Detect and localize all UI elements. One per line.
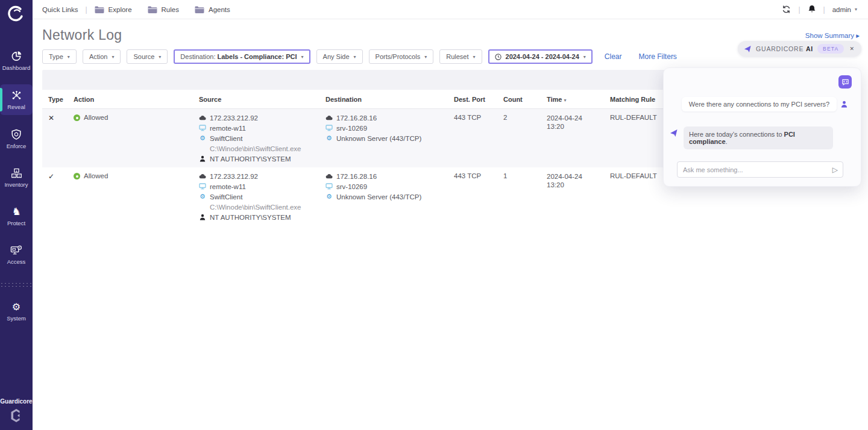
notifications-bell-button[interactable] — [808, 5, 816, 14]
destination-cell: 172.16.28.16 srv-10269 ⚙Unknown Server (… — [326, 114, 454, 163]
filter-type[interactable]: Type▾ — [42, 49, 77, 64]
folder-icon — [195, 6, 204, 13]
col-count[interactable]: Count — [503, 96, 547, 103]
guardicore-logo-icon[interactable] — [0, 0, 33, 28]
sidebar-item-label: Inventory — [4, 181, 28, 188]
page-title: Network Log — [42, 27, 122, 43]
process-gear-icon: ⚙ — [326, 135, 333, 142]
ai-triangle-logo-icon — [744, 45, 752, 53]
protect-knight-icon: ♞ — [11, 207, 20, 217]
success-check-icon: ✓ — [48, 172, 74, 221]
clock-icon — [495, 54, 502, 60]
send-icon[interactable]: ▷ — [832, 166, 838, 174]
col-type[interactable]: Type — [48, 96, 74, 103]
user-icon — [199, 214, 206, 220]
more-filters-button[interactable]: More Filters — [639, 52, 677, 61]
sidebar-item-label: Enforce — [7, 143, 27, 149]
guardicore-ai-panel: Were there any connections to my PCI ser… — [663, 67, 861, 187]
user-message-bubble: Were there any connections to my PCI ser… — [682, 97, 837, 111]
time-cell: 2024-04-24 13:20 — [547, 114, 610, 163]
sidebar-dotted-divider — [0, 282, 33, 289]
source-cell: 172.233.212.92 remote-w11 ⚙SwiftClient C… — [199, 114, 326, 163]
filter-action[interactable]: Action▾ — [83, 49, 121, 64]
allowed-status-icon — [74, 173, 80, 179]
chevron-down-icon: ▾ — [112, 54, 114, 60]
sidebar-item-dashboard[interactable]: Dashboard — [0, 45, 33, 76]
cloud-icon — [326, 115, 333, 120]
cloud-icon — [199, 115, 206, 120]
dashboard-pie-icon — [11, 51, 22, 62]
process-gear-icon: ⚙ — [326, 193, 333, 200]
guardicore-ai-header: GUARDICORE AI BETA ✕ — [738, 41, 861, 57]
guardicore-hex-logo-icon — [10, 408, 23, 423]
nav-agents[interactable]: Agents — [195, 6, 230, 13]
folder-icon — [148, 6, 157, 13]
count-cell: 2 — [503, 114, 547, 163]
access-monitor-icon — [10, 245, 22, 256]
process-path: C:\Winode\bin\SwiftClient.exe — [199, 145, 326, 152]
filter-ruleset[interactable]: Ruleset▾ — [439, 49, 482, 64]
chevron-down-icon: ▾ — [159, 54, 161, 60]
chevron-down-icon: ▾ — [424, 54, 427, 60]
enforce-shield-icon — [11, 129, 22, 140]
show-summary-link[interactable]: Show Summary ▸ — [805, 31, 860, 40]
col-time[interactable]: Time ▾ — [547, 96, 610, 103]
time-cell: 2024-04-24 13:20 — [547, 172, 610, 221]
failed-x-icon: ✕ — [48, 114, 74, 163]
ai-triangle-logo-icon — [670, 129, 678, 137]
sidebar-item-reveal[interactable]: Reveal — [0, 84, 33, 115]
nav-rules[interactable]: Rules — [148, 6, 179, 13]
user-menu[interactable]: admin ▾ — [832, 6, 857, 13]
col-source[interactable]: Source — [199, 96, 326, 103]
chat-bubble-icon — [841, 78, 849, 86]
folder-icon — [95, 6, 104, 13]
col-action[interactable]: Action — [74, 96, 199, 103]
close-icon[interactable]: ✕ — [849, 46, 854, 52]
filter-date-range[interactable]: 2024-04-24 - 2024-04-24 ▾ — [488, 49, 593, 64]
process-path: C:\Winode\bin\SwiftClient.exe — [199, 203, 326, 211]
process-gear-icon: ⚙ — [199, 135, 206, 142]
action-label: Allowed — [84, 172, 108, 179]
sidebar-item-access[interactable]: Access — [0, 240, 33, 270]
filter-source[interactable]: Source▾ — [127, 49, 168, 64]
filter-destination[interactable]: Destination: Labels - Compliance: PCI ▾ — [174, 49, 310, 64]
sidebar-item-label: Protect — [7, 220, 25, 226]
filter-any-side[interactable]: Any Side▾ — [316, 49, 363, 64]
sidebar-item-label: System — [7, 315, 26, 322]
chevron-down-icon: ▾ — [583, 54, 586, 60]
dest-port-cell: 443 TCP — [454, 172, 503, 221]
sidebar-item-inventory[interactable]: Inventory — [0, 163, 33, 193]
open-chat-button[interactable] — [838, 75, 852, 89]
chat-input-box: ▷ — [677, 161, 843, 178]
action-label: Allowed — [84, 114, 108, 121]
monitor-icon — [199, 183, 206, 190]
sidebar-item-label: Access — [7, 258, 26, 265]
sidebar-item-enforce[interactable]: Enforce — [0, 123, 33, 154]
topbar-divider: | — [823, 5, 825, 14]
col-dest-port[interactable]: Dest. Port — [454, 96, 503, 103]
refresh-button[interactable] — [782, 5, 791, 14]
sidebar-footer: Guardicore — [0, 398, 32, 430]
quick-links-button[interactable]: Quick Links — [42, 6, 78, 13]
ai-message-bubble: Here are today’s connections to PCI comp… — [684, 126, 833, 149]
chevron-down-icon: ▾ — [855, 7, 857, 12]
cloud-icon — [326, 173, 333, 179]
filter-ports-protocols[interactable]: Ports/Protocols▾ — [369, 49, 434, 64]
allowed-status-icon — [74, 114, 80, 121]
inventory-boxes-icon — [11, 168, 22, 179]
clear-filters-button[interactable]: Clear — [605, 52, 622, 61]
beta-badge: BETA — [817, 44, 844, 54]
sidebar-item-protect[interactable]: ♞ Protect — [0, 201, 33, 231]
sidebar-item-system[interactable]: ⚙ System — [0, 296, 33, 326]
user-avatar-icon — [841, 101, 848, 108]
source-cell: 172.233.212.92 remote-w11 ⚙SwiftClient C… — [199, 172, 326, 221]
sidebar-item-label: Reveal — [7, 104, 25, 110]
chevron-down-icon: ▾ — [68, 54, 70, 60]
topbar-divider: | — [85, 5, 87, 14]
sidebar-item-label: Dashboard — [2, 64, 30, 71]
system-gear-icon: ⚙ — [12, 302, 20, 313]
chat-input[interactable] — [683, 166, 832, 173]
nav-explore[interactable]: Explore — [95, 6, 132, 13]
chevron-down-icon: ▾ — [354, 54, 356, 60]
col-destination[interactable]: Destination — [326, 96, 454, 103]
